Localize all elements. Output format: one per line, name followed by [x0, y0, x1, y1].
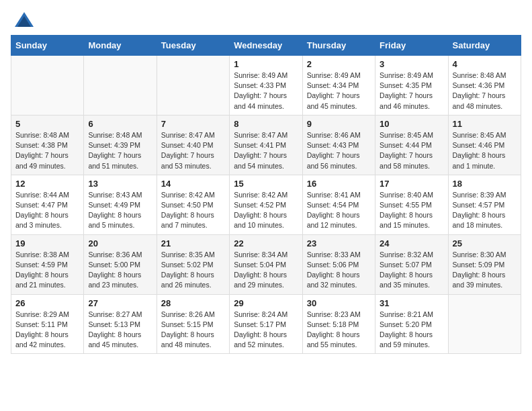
weekday-header: Friday: [375, 36, 448, 56]
calendar-cell: [157, 56, 229, 116]
calendar-cell: 25Sunrise: 8:30 AMSunset: 5:09 PMDayligh…: [448, 234, 521, 294]
calendar-cell: 13Sunrise: 8:43 AMSunset: 4:49 PMDayligh…: [84, 175, 157, 234]
calendar-cell: 22Sunrise: 8:34 AMSunset: 5:04 PMDayligh…: [230, 234, 302, 294]
day-number: 16: [307, 179, 371, 189]
day-number: 13: [88, 179, 152, 189]
calendar-cell: 23Sunrise: 8:33 AMSunset: 5:06 PMDayligh…: [302, 234, 375, 294]
day-number: 25: [453, 238, 517, 248]
day-info: Sunrise: 8:43 AMSunset: 4:49 PMDaylight:…: [88, 190, 152, 231]
day-number: 27: [88, 298, 152, 308]
calendar-cell: 7Sunrise: 8:47 AMSunset: 4:40 PMDaylight…: [157, 115, 229, 175]
day-number: 5: [15, 119, 79, 129]
weekday-header: Tuesday: [157, 36, 229, 56]
calendar-cell: 28Sunrise: 8:26 AMSunset: 5:15 PMDayligh…: [157, 294, 229, 354]
calendar-cell: 21Sunrise: 8:35 AMSunset: 5:02 PMDayligh…: [157, 234, 229, 294]
logo: [11, 11, 35, 27]
calendar-cell: [84, 56, 157, 116]
day-info: Sunrise: 8:36 AMSunset: 5:00 PMDaylight:…: [88, 250, 152, 291]
calendar-cell: [11, 56, 84, 116]
day-number: 22: [234, 238, 298, 248]
day-info: Sunrise: 8:49 AMSunset: 4:35 PMDaylight:…: [380, 71, 443, 111]
day-number: 28: [161, 298, 225, 308]
calendar-cell: 12Sunrise: 8:44 AMSunset: 4:47 PMDayligh…: [11, 175, 84, 234]
day-info: Sunrise: 8:39 AMSunset: 4:57 PMDaylight:…: [453, 190, 517, 231]
day-info: Sunrise: 8:48 AMSunset: 4:39 PMDaylight:…: [88, 130, 152, 171]
day-info: Sunrise: 8:30 AMSunset: 5:09 PMDaylight:…: [453, 250, 517, 291]
day-number: 10: [380, 119, 443, 129]
day-info: Sunrise: 8:42 AMSunset: 4:50 PMDaylight:…: [161, 190, 225, 231]
calendar-cell: 1Sunrise: 8:49 AMSunset: 4:33 PMDaylight…: [230, 56, 302, 116]
day-number: 20: [88, 238, 152, 248]
day-info: Sunrise: 8:45 AMSunset: 4:46 PMDaylight:…: [453, 130, 517, 171]
day-info: Sunrise: 8:41 AMSunset: 4:54 PMDaylight:…: [307, 190, 371, 231]
calendar-table: SundayMondayTuesdayWednesdayThursdayFrid…: [11, 35, 521, 354]
calendar-cell: 14Sunrise: 8:42 AMSunset: 4:50 PMDayligh…: [157, 175, 229, 234]
day-info: Sunrise: 8:24 AMSunset: 5:17 PMDaylight:…: [234, 310, 298, 351]
day-info: Sunrise: 8:35 AMSunset: 5:02 PMDaylight:…: [161, 250, 225, 291]
calendar-cell: 26Sunrise: 8:29 AMSunset: 5:11 PMDayligh…: [11, 294, 84, 354]
day-number: 19: [15, 238, 79, 248]
weekday-header: Sunday: [11, 36, 84, 56]
calendar-cell: 11Sunrise: 8:45 AMSunset: 4:46 PMDayligh…: [448, 115, 521, 175]
day-number: 14: [161, 179, 225, 189]
day-info: Sunrise: 8:26 AMSunset: 5:15 PMDaylight:…: [161, 310, 225, 351]
day-number: 21: [161, 238, 225, 248]
day-info: Sunrise: 8:48 AMSunset: 4:38 PMDaylight:…: [15, 130, 79, 171]
weekday-header: Wednesday: [230, 36, 302, 56]
calendar-cell: 2Sunrise: 8:49 AMSunset: 4:34 PMDaylight…: [302, 56, 375, 116]
day-number: 11: [453, 119, 517, 129]
calendar-cell: 6Sunrise: 8:48 AMSunset: 4:39 PMDaylight…: [84, 115, 157, 175]
calendar-cell: 16Sunrise: 8:41 AMSunset: 4:54 PMDayligh…: [302, 175, 375, 234]
day-info: Sunrise: 8:40 AMSunset: 4:55 PMDaylight:…: [380, 190, 443, 231]
calendar-week-row: 12Sunrise: 8:44 AMSunset: 4:47 PMDayligh…: [11, 175, 521, 234]
day-info: Sunrise: 8:44 AMSunset: 4:47 PMDaylight:…: [15, 190, 79, 231]
day-number: 8: [234, 119, 298, 129]
calendar-week-row: 1Sunrise: 8:49 AMSunset: 4:33 PMDaylight…: [11, 56, 521, 116]
calendar-cell: 24Sunrise: 8:32 AMSunset: 5:07 PMDayligh…: [375, 234, 448, 294]
calendar-cell: 15Sunrise: 8:42 AMSunset: 4:52 PMDayligh…: [230, 175, 302, 234]
calendar-cell: 31Sunrise: 8:21 AMSunset: 5:20 PMDayligh…: [375, 294, 448, 354]
day-info: Sunrise: 8:21 AMSunset: 5:20 PMDaylight:…: [380, 310, 443, 351]
day-info: Sunrise: 8:42 AMSunset: 4:52 PMDaylight:…: [234, 190, 298, 231]
day-number: 6: [88, 119, 152, 129]
day-info: Sunrise: 8:38 AMSunset: 4:59 PMDaylight:…: [15, 250, 79, 291]
day-number: 18: [453, 179, 517, 189]
day-info: Sunrise: 8:27 AMSunset: 5:13 PMDaylight:…: [88, 310, 152, 351]
calendar-cell: 4Sunrise: 8:48 AMSunset: 4:36 PMDaylight…: [448, 56, 521, 116]
weekday-header: Thursday: [302, 36, 375, 56]
day-info: Sunrise: 8:23 AMSunset: 5:18 PMDaylight:…: [307, 310, 371, 351]
day-info: Sunrise: 8:49 AMSunset: 4:34 PMDaylight:…: [307, 71, 371, 111]
day-number: 12: [15, 179, 79, 189]
calendar-cell: 30Sunrise: 8:23 AMSunset: 5:18 PMDayligh…: [302, 294, 375, 354]
day-number: 4: [453, 59, 517, 69]
day-info: Sunrise: 8:46 AMSunset: 4:43 PMDaylight:…: [307, 130, 371, 171]
day-number: 30: [307, 298, 371, 308]
day-info: Sunrise: 8:47 AMSunset: 4:40 PMDaylight:…: [161, 130, 225, 171]
calendar-week-row: 5Sunrise: 8:48 AMSunset: 4:38 PMDaylight…: [11, 115, 521, 175]
calendar-cell: 8Sunrise: 8:47 AMSunset: 4:41 PMDaylight…: [230, 115, 302, 175]
calendar-cell: 20Sunrise: 8:36 AMSunset: 5:00 PMDayligh…: [84, 234, 157, 294]
day-number: 17: [380, 179, 443, 189]
weekday-header: Monday: [84, 36, 157, 56]
day-number: 29: [234, 298, 298, 308]
day-number: 2: [307, 59, 371, 69]
day-number: 31: [380, 298, 443, 308]
calendar-cell: 3Sunrise: 8:49 AMSunset: 4:35 PMDaylight…: [375, 56, 448, 116]
weekday-header: Saturday: [448, 36, 521, 56]
calendar-cell: 17Sunrise: 8:40 AMSunset: 4:55 PMDayligh…: [375, 175, 448, 234]
day-number: 9: [307, 119, 371, 129]
calendar-cell: 29Sunrise: 8:24 AMSunset: 5:17 PMDayligh…: [230, 294, 302, 354]
calendar-cell: 18Sunrise: 8:39 AMSunset: 4:57 PMDayligh…: [448, 175, 521, 234]
calendar-week-row: 26Sunrise: 8:29 AMSunset: 5:11 PMDayligh…: [11, 294, 521, 354]
page-header: [11, 11, 521, 27]
day-info: Sunrise: 8:34 AMSunset: 5:04 PMDaylight:…: [234, 250, 298, 291]
calendar-week-row: 19Sunrise: 8:38 AMSunset: 4:59 PMDayligh…: [11, 234, 521, 294]
calendar-cell: [448, 294, 521, 354]
logo-icon: [13, 11, 35, 30]
day-info: Sunrise: 8:47 AMSunset: 4:41 PMDaylight:…: [234, 130, 298, 171]
calendar-cell: 19Sunrise: 8:38 AMSunset: 4:59 PMDayligh…: [11, 234, 84, 294]
day-info: Sunrise: 8:49 AMSunset: 4:33 PMDaylight:…: [234, 71, 298, 111]
day-info: Sunrise: 8:33 AMSunset: 5:06 PMDaylight:…: [307, 250, 371, 291]
day-number: 3: [380, 59, 443, 69]
day-info: Sunrise: 8:32 AMSunset: 5:07 PMDaylight:…: [380, 250, 443, 291]
